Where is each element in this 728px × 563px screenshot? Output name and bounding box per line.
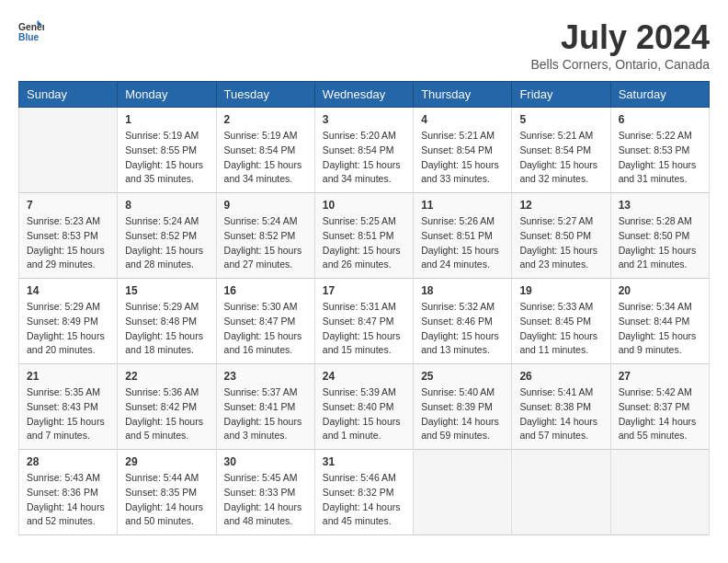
day-info: Sunrise: 5:41 AMSunset: 8:38 PMDaylight:… xyxy=(519,385,602,443)
day-number: 28 xyxy=(27,455,109,468)
table-cell xyxy=(512,450,610,535)
table-cell: 25 Sunrise: 5:40 AMSunset: 8:39 PMDaylig… xyxy=(414,364,512,450)
table-cell: 15 Sunrise: 5:29 AMSunset: 8:48 PMDaylig… xyxy=(118,279,216,364)
table-cell: 6 Sunrise: 5:22 AMSunset: 8:53 PMDayligh… xyxy=(610,108,709,193)
day-info: Sunrise: 5:24 AMSunset: 8:52 PMDaylight:… xyxy=(224,214,307,272)
table-cell: 9 Sunrise: 5:24 AMSunset: 8:52 PMDayligh… xyxy=(216,193,314,279)
day-number: 5 xyxy=(519,113,602,126)
table-cell: 10 Sunrise: 5:25 AMSunset: 8:51 PMDaylig… xyxy=(314,193,413,279)
calendar-header-row: Sunday Monday Tuesday Wednesday Thursday… xyxy=(19,82,710,108)
day-number: 22 xyxy=(125,370,208,383)
day-info: Sunrise: 5:40 AMSunset: 8:39 PMDaylight:… xyxy=(421,385,504,443)
col-thursday: Thursday xyxy=(414,82,512,108)
day-number: 1 xyxy=(125,113,208,126)
day-info: Sunrise: 5:24 AMSunset: 8:52 PMDaylight:… xyxy=(125,214,208,272)
col-tuesday: Tuesday xyxy=(216,82,314,108)
table-cell: 22 Sunrise: 5:36 AMSunset: 8:42 PMDaylig… xyxy=(118,364,216,450)
day-info: Sunrise: 5:45 AMSunset: 8:33 PMDaylight:… xyxy=(224,471,307,529)
logo-icon: General Blue xyxy=(18,18,44,44)
calendar-table: Sunday Monday Tuesday Wednesday Thursday… xyxy=(18,81,710,535)
day-number: 11 xyxy=(421,199,504,212)
week-row-2: 14 Sunrise: 5:29 AMSunset: 8:49 PMDaylig… xyxy=(19,279,710,364)
day-number: 18 xyxy=(421,284,504,297)
svg-text:Blue: Blue xyxy=(18,32,40,42)
table-cell: 13 Sunrise: 5:28 AMSunset: 8:50 PMDaylig… xyxy=(610,193,709,279)
table-cell: 30 Sunrise: 5:45 AMSunset: 8:33 PMDaylig… xyxy=(216,450,314,535)
day-number: 26 xyxy=(519,370,602,383)
table-cell: 16 Sunrise: 5:30 AMSunset: 8:47 PMDaylig… xyxy=(216,279,314,364)
logo: General Blue xyxy=(18,18,44,44)
day-number: 19 xyxy=(519,284,602,297)
day-number: 7 xyxy=(27,199,109,212)
table-cell: 7 Sunrise: 5:23 AMSunset: 8:53 PMDayligh… xyxy=(19,193,118,279)
day-info: Sunrise: 5:34 AMSunset: 8:44 PMDaylight:… xyxy=(619,300,701,358)
table-cell xyxy=(19,108,118,193)
col-sunday: Sunday xyxy=(19,82,118,108)
day-number: 8 xyxy=(125,199,208,212)
table-cell: 29 Sunrise: 5:44 AMSunset: 8:35 PMDaylig… xyxy=(118,450,216,535)
table-cell: 24 Sunrise: 5:39 AMSunset: 8:40 PMDaylig… xyxy=(314,364,413,450)
table-cell: 12 Sunrise: 5:27 AMSunset: 8:50 PMDaylig… xyxy=(512,193,610,279)
table-cell: 17 Sunrise: 5:31 AMSunset: 8:47 PMDaylig… xyxy=(314,279,413,364)
day-info: Sunrise: 5:46 AMSunset: 8:32 PMDaylight:… xyxy=(323,471,405,529)
week-row-3: 21 Sunrise: 5:35 AMSunset: 8:43 PMDaylig… xyxy=(19,364,710,450)
day-number: 13 xyxy=(619,199,701,212)
day-number: 20 xyxy=(619,284,701,297)
day-info: Sunrise: 5:30 AMSunset: 8:47 PMDaylight:… xyxy=(224,300,307,358)
table-cell: 5 Sunrise: 5:21 AMSunset: 8:54 PMDayligh… xyxy=(512,108,610,193)
day-info: Sunrise: 5:31 AMSunset: 8:47 PMDaylight:… xyxy=(323,300,405,358)
day-info: Sunrise: 5:43 AMSunset: 8:36 PMDaylight:… xyxy=(27,471,109,529)
day-info: Sunrise: 5:37 AMSunset: 8:41 PMDaylight:… xyxy=(224,385,307,443)
col-friday: Friday xyxy=(512,82,610,108)
col-wednesday: Wednesday xyxy=(314,82,413,108)
col-saturday: Saturday xyxy=(610,82,709,108)
day-number: 23 xyxy=(224,370,307,383)
day-number: 27 xyxy=(619,370,701,383)
day-info: Sunrise: 5:21 AMSunset: 8:54 PMDaylight:… xyxy=(421,129,504,187)
day-info: Sunrise: 5:35 AMSunset: 8:43 PMDaylight:… xyxy=(27,385,109,443)
day-info: Sunrise: 5:29 AMSunset: 8:48 PMDaylight:… xyxy=(125,300,208,358)
day-info: Sunrise: 5:36 AMSunset: 8:42 PMDaylight:… xyxy=(125,385,208,443)
day-number: 25 xyxy=(421,370,504,383)
day-info: Sunrise: 5:27 AMSunset: 8:50 PMDaylight:… xyxy=(519,214,602,272)
day-info: Sunrise: 5:20 AMSunset: 8:54 PMDaylight:… xyxy=(323,129,405,187)
table-cell xyxy=(610,450,709,535)
table-cell: 8 Sunrise: 5:24 AMSunset: 8:52 PMDayligh… xyxy=(118,193,216,279)
day-number: 9 xyxy=(224,199,307,212)
day-info: Sunrise: 5:39 AMSunset: 8:40 PMDaylight:… xyxy=(323,385,405,443)
page-header: General Blue July 2024 Bells Corners, On… xyxy=(18,18,710,72)
table-cell: 28 Sunrise: 5:43 AMSunset: 8:36 PMDaylig… xyxy=(19,450,118,535)
table-cell: 26 Sunrise: 5:41 AMSunset: 8:38 PMDaylig… xyxy=(512,364,610,450)
day-info: Sunrise: 5:28 AMSunset: 8:50 PMDaylight:… xyxy=(619,214,701,272)
day-info: Sunrise: 5:33 AMSunset: 8:45 PMDaylight:… xyxy=(519,300,602,358)
day-info: Sunrise: 5:42 AMSunset: 8:37 PMDaylight:… xyxy=(619,385,701,443)
week-row-4: 28 Sunrise: 5:43 AMSunset: 8:36 PMDaylig… xyxy=(19,450,710,535)
month-title: July 2024 xyxy=(530,18,710,57)
table-cell: 27 Sunrise: 5:42 AMSunset: 8:37 PMDaylig… xyxy=(610,364,709,450)
day-info: Sunrise: 5:32 AMSunset: 8:46 PMDaylight:… xyxy=(421,300,504,358)
table-cell: 1 Sunrise: 5:19 AMSunset: 8:55 PMDayligh… xyxy=(118,108,216,193)
table-cell: 18 Sunrise: 5:32 AMSunset: 8:46 PMDaylig… xyxy=(414,279,512,364)
week-row-0: 1 Sunrise: 5:19 AMSunset: 8:55 PMDayligh… xyxy=(19,108,710,193)
day-number: 30 xyxy=(224,455,307,468)
day-number: 14 xyxy=(27,284,109,297)
day-number: 24 xyxy=(323,370,405,383)
day-number: 3 xyxy=(323,113,405,126)
week-row-1: 7 Sunrise: 5:23 AMSunset: 8:53 PMDayligh… xyxy=(19,193,710,279)
day-number: 21 xyxy=(27,370,109,383)
day-number: 31 xyxy=(323,455,405,468)
table-cell: 19 Sunrise: 5:33 AMSunset: 8:45 PMDaylig… xyxy=(512,279,610,364)
col-monday: Monday xyxy=(118,82,216,108)
day-info: Sunrise: 5:23 AMSunset: 8:53 PMDaylight:… xyxy=(27,214,109,272)
day-number: 6 xyxy=(619,113,701,126)
day-number: 2 xyxy=(224,113,307,126)
day-info: Sunrise: 5:19 AMSunset: 8:55 PMDaylight:… xyxy=(125,129,208,187)
day-info: Sunrise: 5:25 AMSunset: 8:51 PMDaylight:… xyxy=(323,214,405,272)
day-info: Sunrise: 5:44 AMSunset: 8:35 PMDaylight:… xyxy=(125,471,208,529)
title-area: July 2024 Bells Corners, Ontario, Canada xyxy=(530,18,710,72)
day-number: 16 xyxy=(224,284,307,297)
table-cell: 4 Sunrise: 5:21 AMSunset: 8:54 PMDayligh… xyxy=(414,108,512,193)
day-info: Sunrise: 5:21 AMSunset: 8:54 PMDaylight:… xyxy=(519,129,602,187)
day-number: 4 xyxy=(421,113,504,126)
table-cell xyxy=(414,450,512,535)
